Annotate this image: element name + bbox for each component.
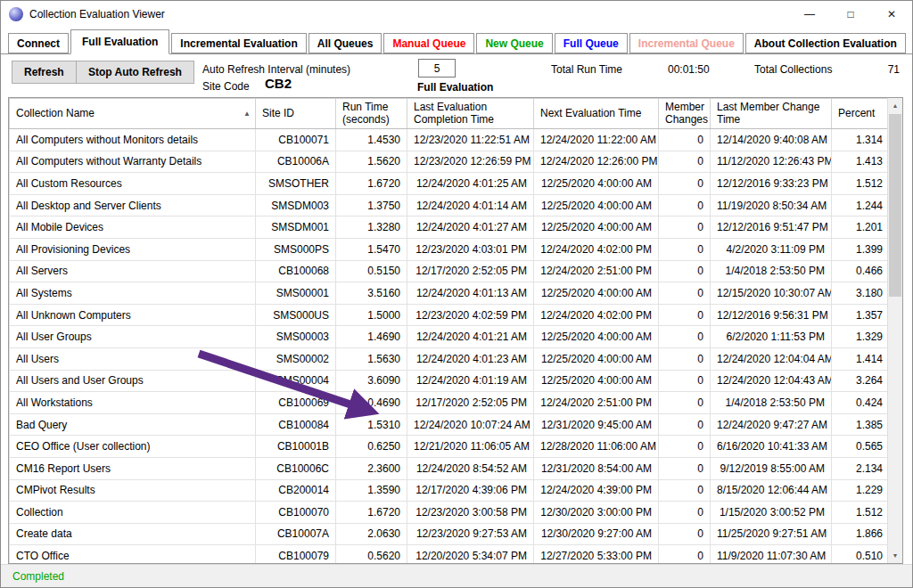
cell-name: All Custom Resources (10, 173, 256, 195)
scrollbar-thumb[interactable] (889, 114, 901, 297)
cell-percent: 1.866 (832, 523, 890, 545)
cell-name: All User Groups (10, 326, 256, 348)
column-header-last-evaluation-completion-time[interactable]: Last Evaluation Completion Time (407, 99, 534, 129)
tab-incremental-evaluation[interactable]: Incremental Evaluation (171, 33, 306, 53)
section-title: Full Evaluation (417, 81, 493, 94)
cell-site_id: CB200014 (256, 479, 336, 502)
table-row[interactable]: CTO OfficeCB1000790.562012/20/2020 5:34:… (10, 545, 890, 564)
column-header-last-member-change-time[interactable]: Last Member Change Time (711, 99, 832, 129)
table-row[interactable]: All Users and User GroupsSMS000043.60901… (10, 370, 890, 392)
cell-run_time: 1.5620 (336, 151, 407, 173)
cell-last_member_change: 1/4/2018 2:53:50 PM (711, 260, 832, 282)
tab-manual-queue[interactable]: Manual Queue (383, 33, 474, 53)
tab-full-queue[interactable]: Full Queue (555, 33, 628, 53)
cell-run_time: 1.3280 (336, 216, 407, 239)
table-row[interactable]: All ServersCB1000680.515012/17/2020 2:52… (10, 260, 890, 282)
table-row[interactable]: All Computers without Monitors detailsCB… (10, 129, 890, 151)
scroll-down-icon[interactable]: ▼ (888, 548, 902, 563)
table-row[interactable]: All Provisioning DevicesSMS000PS1.547012… (10, 238, 890, 260)
cell-run_time: 2.0630 (336, 523, 407, 545)
cell-last_member_change: 12/24/2020 9:47:27 AM (711, 413, 832, 436)
table-row[interactable]: All UsersSMS000021.563012/24/2020 4:01:2… (10, 347, 890, 370)
cell-name: All Desktop and Server Clients (10, 194, 256, 216)
table-row[interactable]: All SystemsSMS000013.516012/24/2020 4:01… (10, 282, 890, 305)
cell-next_eval: 12/25/2020 4:00:00 AM (534, 282, 659, 305)
cell-last_member_change: 9/12/2019 8:55:00 AM (711, 457, 832, 479)
cell-member_changes: 0 (659, 370, 711, 392)
cell-site_id: SMS00004 (256, 370, 336, 392)
cell-percent: 1.512 (832, 173, 890, 195)
cell-next_eval: 12/28/2020 11:06:00 AM (534, 436, 659, 458)
grid-header-row: Collection Name▲Site IDRun Time (seconds… (10, 99, 890, 129)
column-header-site-id[interactable]: Site ID (256, 99, 336, 129)
scroll-up-icon[interactable]: ▲ (888, 98, 902, 113)
table-row[interactable]: CEO Office (User collection)CB10001B0.62… (10, 436, 890, 458)
cell-name: Bad Query (10, 413, 256, 436)
column-header-member-changes[interactable]: Member Changes (659, 99, 711, 129)
tab-strip: ConnectFull EvaluationIncremental Evalua… (1, 29, 912, 54)
tab-new-queue[interactable]: New Queue (476, 33, 552, 53)
cell-run_time: 1.4530 (336, 129, 407, 151)
tab-about-collection-evaluation[interactable]: About Collection Evaluation (745, 33, 906, 53)
tab-all-queues[interactable]: All Queues (308, 33, 382, 53)
cell-next_eval: 12/24/2020 12:26:00 PM (534, 151, 659, 173)
tab-full-evaluation[interactable]: Full Evaluation (70, 29, 169, 54)
table-row[interactable]: All User GroupsSMS000031.469012/24/2020 … (10, 326, 890, 348)
cell-member_changes: 0 (659, 326, 711, 348)
column-header-collection-name[interactable]: Collection Name▲ (10, 99, 256, 129)
refresh-button[interactable]: Refresh (12, 61, 77, 84)
table-row[interactable]: All Desktop and Server ClientsSMSDM0031.… (10, 194, 890, 216)
column-header-next-evaluation-time[interactable]: Next Evaluation Time (534, 99, 659, 129)
cell-next_eval: 12/24/2020 4:39:00 PM (534, 479, 659, 502)
cell-percent: 1.512 (832, 502, 890, 524)
close-icon[interactable]: ✕ (871, 1, 912, 28)
table-row[interactable]: All Unknown ComputersSMS000US1.500012/23… (10, 304, 890, 326)
table-row[interactable]: Create dataCB10007A2.063012/23/2020 9:27… (10, 523, 890, 545)
cell-last_eval: 12/24/2020 4:01:14 AM (407, 194, 534, 216)
cell-site_id: CB10006A (256, 151, 336, 173)
vertical-scrollbar[interactable]: ▲ ▼ (887, 98, 902, 563)
table-row[interactable]: All Custom ResourcesSMSOTHER1.672012/24/… (10, 173, 890, 195)
cell-name: CEO Office (User collection) (10, 436, 256, 458)
cell-name: All Workstations (10, 392, 256, 414)
cell-site_id: CB100079 (256, 545, 336, 564)
tab-connect[interactable]: Connect (8, 33, 69, 53)
cell-name: All Mobile Devices (10, 216, 256, 239)
cell-name: All Users (10, 347, 256, 370)
cell-run_time: 0.4690 (336, 392, 407, 414)
minimize-icon[interactable]: — (789, 1, 830, 28)
auto-refresh-interval-input[interactable] (418, 59, 456, 78)
cell-name: All Computers without Monitors details (10, 129, 256, 151)
stop-auto-refresh-button[interactable]: Stop Auto Refresh (76, 61, 194, 84)
table-row[interactable]: CM16 Report UsersCB10006C2.360012/24/202… (10, 457, 890, 479)
cell-next_eval: 12/25/2020 4:00:00 AM (534, 347, 659, 370)
cell-last_eval: 12/21/2020 11:06:05 AM (407, 436, 534, 458)
cell-percent: 1.414 (832, 347, 890, 370)
table-row[interactable]: All Computers without Warranty DetailsCB… (10, 151, 890, 173)
cell-member_changes: 0 (659, 392, 711, 414)
maximize-icon[interactable]: □ (830, 1, 871, 28)
cell-member_changes: 0 (659, 545, 711, 564)
cell-name: All Servers (10, 260, 256, 282)
column-header-label: Percent (838, 107, 875, 119)
cell-next_eval: 12/24/2020 2:51:00 PM (534, 392, 659, 414)
tab-incremental-queue[interactable]: Incremental Queue (629, 33, 744, 53)
app-icon (9, 7, 23, 21)
total-collections-value: 71 (888, 63, 900, 76)
table-row[interactable]: Bad QueryCB1000841.531012/24/2020 10:07:… (10, 413, 890, 436)
cell-last_member_change: 12/24/2020 12:04:43 AM (711, 370, 832, 392)
cell-site_id: SMS00003 (256, 326, 336, 348)
table-row[interactable]: CMPivot ResultsCB2000141.359012/17/2020 … (10, 479, 890, 502)
table-row[interactable]: All WorkstationsCB1000690.469012/17/2020… (10, 392, 890, 414)
cell-site_id: CB100070 (256, 502, 336, 524)
column-header-run-time-seconds[interactable]: Run Time (seconds) (336, 99, 407, 129)
column-header-label: Run Time (seconds) (342, 101, 390, 126)
cell-last_eval: 12/23/2020 9:27:53 AM (407, 523, 534, 545)
cell-next_eval: 12/25/2020 4:00:00 AM (534, 370, 659, 392)
column-header-percent[interactable]: Percent (832, 99, 890, 129)
table-row[interactable]: All Mobile DevicesSMSDM0011.328012/24/20… (10, 216, 890, 239)
cell-site_id: SMSDM003 (256, 194, 336, 216)
cell-member_changes: 0 (659, 502, 711, 524)
cell-site_id: SMS000US (256, 304, 336, 326)
table-row[interactable]: CollectionCB1000701.672012/23/2020 3:00:… (10, 502, 890, 524)
